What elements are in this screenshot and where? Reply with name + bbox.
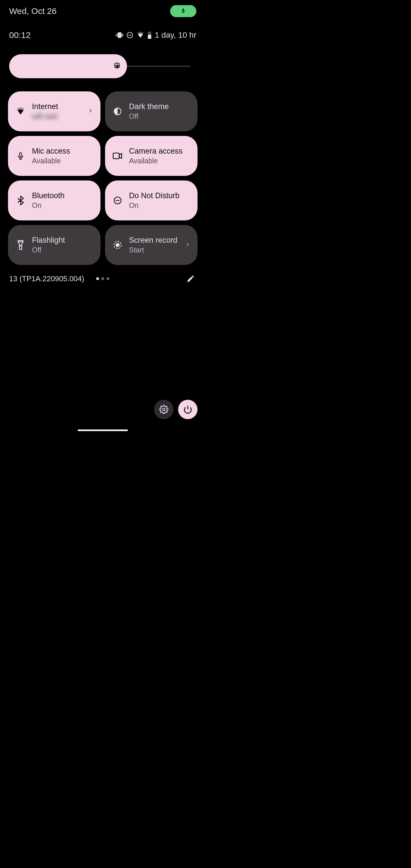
page-dot bbox=[96, 277, 99, 280]
battery-time-label: 1 day, 10 hr bbox=[155, 31, 196, 40]
tile-title: Mic access bbox=[32, 147, 93, 156]
mic-active-indicator[interactable] bbox=[170, 5, 196, 17]
settings-button[interactable] bbox=[154, 400, 173, 419]
quick-settings-tiles: Internet wifi-ssid Dark theme Off Mic ac… bbox=[0, 78, 205, 265]
svg-rect-5 bbox=[113, 153, 119, 159]
status-bar: 00:12 1 day, 10 hr bbox=[0, 17, 205, 40]
brightness-slider[interactable] bbox=[9, 54, 196, 78]
power-icon bbox=[183, 405, 192, 414]
brightness-icon bbox=[112, 61, 122, 71]
svg-point-10 bbox=[116, 243, 119, 246]
tile-camera-access[interactable]: Camera access Available bbox=[105, 136, 197, 176]
mic-icon bbox=[15, 151, 26, 161]
date-label: Wed, Oct 26 bbox=[9, 6, 57, 16]
tile-subtitle: wifi-ssid bbox=[32, 112, 82, 121]
status-icons: 1 day, 10 hr bbox=[116, 31, 196, 40]
svg-point-8 bbox=[20, 245, 21, 246]
dnd-status-icon bbox=[126, 31, 133, 39]
tile-title: Camera access bbox=[129, 147, 190, 156]
camera-icon bbox=[113, 151, 123, 161]
qs-footer: 13 (TP1A.220905.004) bbox=[0, 265, 205, 284]
chevron-right-icon bbox=[185, 242, 190, 248]
pencil-icon bbox=[186, 274, 195, 283]
mic-icon bbox=[180, 8, 186, 14]
tile-title: Flashlight bbox=[32, 236, 93, 245]
vibrate-icon bbox=[116, 31, 123, 39]
edit-tiles-button[interactable] bbox=[185, 273, 196, 284]
tile-subtitle: Available bbox=[32, 157, 93, 165]
chevron-right-icon bbox=[88, 108, 93, 115]
build-label: 13 (TP1A.220905.004) bbox=[9, 274, 84, 283]
tile-internet[interactable]: Internet wifi-ssid bbox=[8, 91, 100, 131]
header-row: Wed, Oct 26 bbox=[0, 0, 205, 17]
dnd-icon bbox=[113, 195, 123, 206]
tile-do-not-disturb[interactable]: Do Not Disturb On bbox=[105, 181, 197, 220]
tile-subtitle: Off bbox=[129, 112, 190, 121]
tile-screen-record[interactable]: Screen record Start bbox=[105, 225, 197, 265]
page-dot bbox=[101, 277, 104, 280]
tile-title: Dark theme bbox=[129, 102, 190, 111]
power-button[interactable] bbox=[178, 400, 197, 419]
page-indicator bbox=[96, 277, 109, 280]
battery-status-icon bbox=[147, 31, 152, 39]
tile-dark-theme[interactable]: Dark theme Off bbox=[105, 91, 197, 131]
tile-subtitle: On bbox=[129, 201, 190, 210]
tile-mic-access[interactable]: Mic access Available bbox=[8, 136, 100, 176]
page-dot bbox=[106, 277, 109, 280]
flashlight-icon bbox=[15, 240, 26, 250]
bluetooth-icon bbox=[15, 195, 26, 206]
tile-title: Screen record bbox=[129, 236, 179, 245]
dark-theme-icon bbox=[113, 106, 123, 117]
gear-icon bbox=[159, 405, 168, 414]
wifi-icon bbox=[15, 106, 26, 117]
screen-record-icon bbox=[113, 240, 123, 250]
gesture-nav-bar[interactable] bbox=[77, 429, 128, 431]
bottom-actions bbox=[154, 400, 197, 419]
brightness-fill bbox=[9, 54, 127, 78]
wifi-status-icon bbox=[136, 32, 145, 38]
clock-label: 00:12 bbox=[9, 30, 31, 40]
tile-title: Do Not Disturb bbox=[129, 191, 190, 200]
tile-title: Internet bbox=[32, 102, 82, 111]
svg-point-11 bbox=[163, 408, 165, 411]
tile-flashlight[interactable]: Flashlight Off bbox=[8, 225, 100, 265]
tile-subtitle: Start bbox=[129, 246, 179, 254]
tile-title: Bluetooth bbox=[32, 191, 93, 200]
tile-subtitle: Available bbox=[129, 157, 190, 165]
tile-bluetooth[interactable]: Bluetooth On bbox=[8, 181, 100, 220]
tile-subtitle: Off bbox=[32, 246, 93, 254]
tile-subtitle: On bbox=[32, 201, 93, 210]
svg-rect-4 bbox=[20, 152, 22, 156]
